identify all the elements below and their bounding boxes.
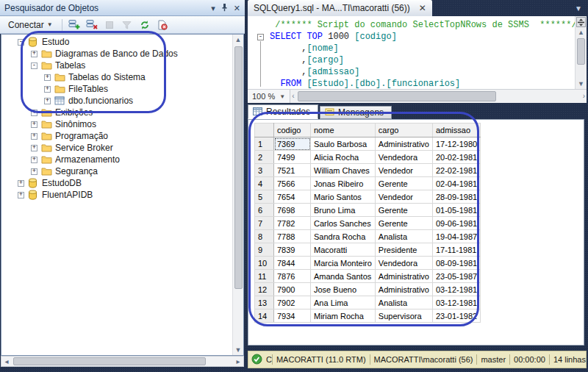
block-page-icon[interactable] bbox=[154, 18, 171, 32]
scrollbar-thumb[interactable] bbox=[577, 38, 585, 65]
grid-cell[interactable]: 7934 bbox=[274, 310, 311, 323]
scroll-right-icon[interactable]: ▸ bbox=[233, 357, 243, 366]
grid-cell[interactable]: 02-04-1981 bbox=[432, 177, 480, 190]
grid-cell[interactable]: Carlos Sanches bbox=[311, 217, 376, 230]
scroll-down-icon[interactable]: ▼ bbox=[576, 80, 587, 87]
scrollbar-thumb[interactable] bbox=[298, 91, 496, 101]
grid-cell[interactable]: 7521 bbox=[274, 164, 311, 177]
tree-item-sin-nimos[interactable]: +Sinônimos bbox=[1, 118, 232, 130]
tree-item-exibi-es[interactable]: +Exibições bbox=[1, 107, 232, 118]
grid-cell[interactable]: 19-04-1987 bbox=[432, 230, 480, 243]
tree-vertical-scrollbar[interactable]: ▲ ▼ bbox=[232, 35, 243, 355]
grid-cell[interactable]: 7499 bbox=[274, 151, 311, 164]
row-number-cell[interactable]: 7 bbox=[255, 217, 274, 230]
grid-cell[interactable]: 7369 bbox=[274, 137, 311, 151]
code-collapse-icon[interactable]: - bbox=[257, 34, 264, 40]
tree-item-seguran-a[interactable]: +Segurança bbox=[1, 165, 232, 177]
row-number-cell[interactable]: 8 bbox=[255, 230, 274, 243]
tree-item-programa-o[interactable]: +Programação bbox=[1, 130, 232, 142]
grid-cell[interactable]: 7876 bbox=[274, 270, 311, 283]
grid-cell[interactable]: Macoratti bbox=[311, 243, 376, 257]
grid-cell[interactable]: Mario Santos bbox=[311, 190, 376, 204]
row-number-cell[interactable]: 5 bbox=[255, 190, 274, 204]
grid-cell[interactable]: 7566 bbox=[274, 177, 311, 190]
grid-cell[interactable]: Vendedora bbox=[375, 151, 432, 164]
grid-cell[interactable]: 17-11-1981 bbox=[432, 243, 480, 257]
tree-item-dbo-funcionarios[interactable]: +dbo.funcionarios bbox=[1, 95, 232, 107]
row-number-cell[interactable]: 11 bbox=[255, 270, 274, 283]
grid-cell[interactable]: Sandra Rocha bbox=[311, 230, 376, 243]
expand-icon[interactable]: + bbox=[31, 110, 37, 116]
column-header-admissao[interactable]: admissao bbox=[432, 124, 480, 137]
row-number-cell[interactable]: 9 bbox=[255, 243, 274, 257]
row-number-cell[interactable]: 1 bbox=[255, 137, 274, 151]
grid-cell[interactable]: 20-02-1981 bbox=[432, 151, 480, 164]
close-tab-icon[interactable]: ✕ bbox=[419, 4, 426, 12]
tree-item-fluentapidb[interactable]: +FluentAPIDB bbox=[1, 189, 232, 201]
scroll-up-icon[interactable]: ▲ bbox=[233, 35, 243, 45]
scrollbar-thumb[interactable] bbox=[13, 357, 206, 365]
grid-cell[interactable]: Ana Lima bbox=[311, 296, 376, 310]
expand-icon[interactable]: + bbox=[31, 51, 37, 57]
scroll-up-icon[interactable]: ▲ bbox=[576, 29, 587, 36]
row-number-cell[interactable]: 14 bbox=[255, 310, 274, 323]
scroll-left-icon[interactable]: ‹ bbox=[292, 92, 294, 100]
grid-cell[interactable]: 7782 bbox=[274, 217, 311, 230]
expand-icon[interactable]: + bbox=[31, 145, 37, 151]
grid-cell[interactable]: 03-12-1981 bbox=[432, 283, 480, 296]
grid-cell[interactable]: Presidente bbox=[375, 243, 432, 257]
grid-cell[interactable]: Amanda Santos bbox=[311, 270, 376, 283]
expand-icon[interactable]: + bbox=[44, 74, 51, 81]
grid-cell[interactable]: 22-02-1981 bbox=[432, 164, 480, 177]
expand-icon[interactable]: + bbox=[44, 98, 51, 104]
results-grid[interactable]: codigonomecargoadmissao17369Saulo Barbos… bbox=[254, 123, 481, 323]
grid-cell[interactable]: 7844 bbox=[274, 257, 311, 270]
tree-item-filetables[interactable]: +FileTables bbox=[1, 83, 232, 95]
grid-cell[interactable]: Supervisora bbox=[375, 310, 432, 323]
sql-editor[interactable]: /****** Script do comando SelectTopNRows… bbox=[248, 16, 587, 89]
grid-cell[interactable]: Alicia Rocha bbox=[311, 151, 376, 164]
expand-icon[interactable]: + bbox=[31, 168, 37, 175]
column-header-nome[interactable]: nome bbox=[311, 124, 376, 137]
grid-cell[interactable]: Vendedora bbox=[375, 257, 432, 270]
grid-cell[interactable]: Gerente bbox=[375, 177, 432, 190]
row-number-cell[interactable]: 6 bbox=[255, 204, 274, 217]
grid-cell[interactable]: Administrativo bbox=[375, 283, 432, 296]
grid-cell[interactable]: Gerente bbox=[375, 204, 432, 217]
tab-list-dropdown-icon[interactable]: ▼ bbox=[575, 4, 582, 12]
tree-item-estudodb[interactable]: +EstudoDB bbox=[1, 177, 232, 189]
tree-item-tabelas[interactable]: -Tabelas bbox=[1, 60, 232, 71]
tree-horizontal-scrollbar[interactable]: ◂ ▸ bbox=[1, 356, 244, 367]
scrollbar-thumb[interactable] bbox=[234, 46, 243, 289]
window-position-icon[interactable]: ▾ bbox=[211, 4, 215, 12]
disconnect-server-icon[interactable] bbox=[84, 18, 100, 32]
grid-cell[interactable]: Jonas Ribeiro bbox=[311, 177, 376, 190]
grid-cell[interactable]: 7698 bbox=[274, 204, 311, 217]
tree-item-armazenamento[interactable]: +Armazenamento bbox=[1, 154, 232, 165]
connect-button[interactable]: Conectar ▼ bbox=[3, 18, 58, 32]
grid-cell[interactable]: Jose Bueno bbox=[311, 283, 376, 296]
grid-cell[interactable]: 17-12-1980 bbox=[432, 137, 480, 151]
connect-server-icon[interactable] bbox=[66, 18, 82, 32]
row-number-cell[interactable]: 13 bbox=[255, 296, 274, 310]
grid-cell[interactable]: Bruno Lima bbox=[311, 204, 376, 217]
scroll-right-icon[interactable]: › bbox=[583, 92, 585, 100]
tree-item-diagramas-de-banco-de-dados[interactable]: +Diagramas de Banco de Dados bbox=[1, 48, 232, 60]
grid-corner-cell[interactable] bbox=[255, 124, 274, 137]
column-header-codigo[interactable]: codigo bbox=[274, 124, 311, 137]
grid-cell[interactable]: Vendedor bbox=[375, 190, 432, 204]
document-tab[interactable]: SQLQuery1.sql - MA...TI\macoratti (56)) … bbox=[248, 0, 432, 16]
grid-cell[interactable]: 7654 bbox=[274, 190, 311, 204]
expand-icon[interactable]: + bbox=[31, 121, 37, 128]
grid-cell[interactable]: 28-09-1981 bbox=[432, 190, 480, 204]
tree-item-estudo[interactable]: -Estudo bbox=[1, 36, 232, 48]
collapse-icon[interactable]: - bbox=[18, 39, 24, 46]
editor-vertical-scrollbar[interactable]: ▲ ▼ bbox=[575, 16, 587, 89]
grid-cell[interactable]: Administrativo bbox=[375, 137, 432, 151]
grid-cell[interactable]: 7900 bbox=[274, 283, 311, 296]
expand-icon[interactable]: + bbox=[31, 133, 37, 140]
grid-cell[interactable]: Miriam Rocha bbox=[311, 310, 376, 323]
grid-cell[interactable]: Gerente bbox=[375, 217, 432, 230]
grid-cell[interactable]: 09-06-1981 bbox=[432, 217, 480, 230]
expand-icon[interactable]: + bbox=[31, 157, 37, 163]
